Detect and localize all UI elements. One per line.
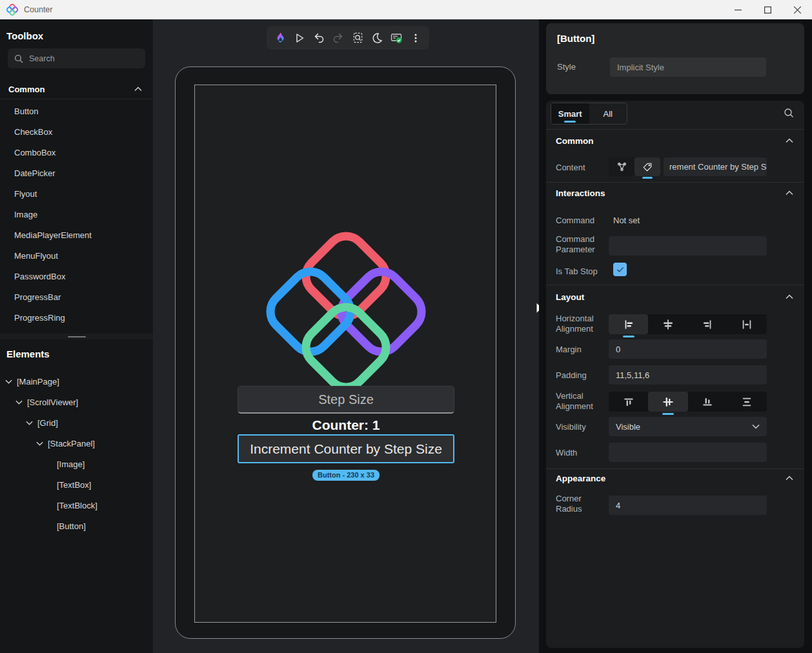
counter-textblock[interactable]: Counter: 1 xyxy=(195,417,497,433)
chevron-down-icon[interactable] xyxy=(26,419,33,427)
app-logo-icon xyxy=(6,4,18,15)
selected-element-card: [Button] Style Implicit Style xyxy=(546,23,804,94)
toolbox-item-combobox[interactable]: ComboBox xyxy=(0,142,153,163)
toolbox-section-common[interactable]: Common xyxy=(0,79,153,99)
chevron-up-icon[interactable] xyxy=(786,294,793,299)
design-canvas: Step Size Counter: 1 Increment Counter b… xyxy=(153,19,539,653)
toolbox-search[interactable] xyxy=(8,48,145,68)
redo-icon[interactable] xyxy=(329,28,348,48)
align-center-vertical-icon[interactable] xyxy=(648,392,687,412)
window-title: Counter xyxy=(24,5,52,14)
toolbox-item-passwordbox[interactable]: PasswordBox xyxy=(0,266,153,286)
tree-node-image[interactable]: [Image] xyxy=(0,454,153,474)
tab-smart[interactable]: Smart xyxy=(551,103,589,124)
is-tab-stop-checkbox[interactable] xyxy=(613,263,627,276)
checkmark-icon xyxy=(616,266,624,273)
properties-card: Smart All Common Content xyxy=(546,101,804,648)
margin-field[interactable] xyxy=(609,339,767,359)
property-tabs: Smart All xyxy=(551,103,627,125)
padding-input[interactable] xyxy=(616,370,760,380)
tree-node-textblock[interactable]: [TextBlock] xyxy=(0,495,153,516)
style-label: Style xyxy=(557,62,576,72)
tree-node-button[interactable]: [Button] xyxy=(0,516,153,536)
zoom-selection-icon[interactable] xyxy=(348,28,367,48)
command-parameter-label: Command Parameter xyxy=(556,234,605,255)
search-icon xyxy=(14,54,23,63)
increment-button-selected[interactable]: Increment Counter by Step Size xyxy=(238,434,454,463)
command-value[interactable]: Not set xyxy=(613,216,640,225)
toolbox-item-image[interactable]: Image xyxy=(0,204,153,225)
chevron-down-icon xyxy=(752,424,760,429)
device-screen[interactable]: Step Size Counter: 1 Increment Counter b… xyxy=(194,85,496,623)
tree-node-grid[interactable]: [Grid] xyxy=(0,412,153,433)
minimize-button[interactable] xyxy=(723,0,753,19)
maximize-button[interactable] xyxy=(753,0,782,19)
panel-splitter[interactable] xyxy=(0,334,153,339)
vertical-alignment-group xyxy=(609,392,767,412)
chevron-down-icon[interactable] xyxy=(15,399,23,406)
align-right-icon[interactable] xyxy=(688,314,727,334)
step-size-textbox[interactable]: Step Size xyxy=(238,386,454,414)
padding-field[interactable] xyxy=(609,365,767,385)
command-parameter-field[interactable] xyxy=(609,236,767,256)
elements-tree: [MainPage] [ScrollViewer] [Grid] [StackP… xyxy=(0,371,153,536)
chevron-up-icon[interactable] xyxy=(786,138,793,143)
properties-search-icon[interactable] xyxy=(784,108,794,118)
visibility-label: Visibility xyxy=(556,422,605,432)
stretch-horizontal-icon[interactable] xyxy=(727,314,767,334)
tree-node-scrollviewer[interactable]: [ScrollViewer] xyxy=(0,392,153,412)
elements-title: Elements xyxy=(6,348,50,359)
literal-tag-icon[interactable] xyxy=(634,157,660,176)
binding-icon[interactable] xyxy=(609,157,634,176)
horizontal-alignment-label: Horizontal Alignment xyxy=(556,314,605,334)
style-field[interactable]: Implicit Style xyxy=(610,57,766,77)
toolbox-item-progressring[interactable]: ProgressRing xyxy=(0,307,153,328)
close-button[interactable] xyxy=(782,0,812,19)
margin-input[interactable] xyxy=(616,345,760,354)
section-appearance-header[interactable]: Appearance xyxy=(556,474,605,483)
align-left-icon[interactable] xyxy=(609,314,648,334)
tree-node-stackpanel[interactable]: [StackPanel] xyxy=(0,433,153,454)
section-layout-header[interactable]: Layout xyxy=(556,292,584,302)
undo-icon[interactable] xyxy=(309,28,329,48)
align-center-horizontal-icon[interactable] xyxy=(648,314,687,334)
width-input[interactable] xyxy=(616,448,760,457)
toolbox-item-mediaplayerelement[interactable]: MediaPlayerElement xyxy=(0,225,153,245)
tab-all[interactable]: All xyxy=(589,103,627,124)
search-input[interactable] xyxy=(29,54,126,63)
content-mode-toggle xyxy=(609,157,660,176)
section-interactions-header[interactable]: Interactions xyxy=(556,188,605,198)
vertical-alignment-label: Vertical Alignment xyxy=(556,391,605,412)
toolbox-item-flyout[interactable]: Flyout xyxy=(0,183,153,204)
designer-toolbar xyxy=(267,26,429,50)
visibility-dropdown[interactable]: Visible xyxy=(609,417,767,436)
toolbox-item-button[interactable]: Button xyxy=(0,101,153,121)
section-common-header[interactable]: Common xyxy=(556,136,594,146)
toolbox-item-progressbar[interactable]: ProgressBar xyxy=(0,286,153,307)
app-logo-image[interactable] xyxy=(272,238,420,385)
corner-radius-input[interactable] xyxy=(616,501,760,510)
chevron-up-icon[interactable] xyxy=(786,476,793,481)
theme-moon-icon[interactable] xyxy=(367,28,387,48)
window-titlebar: Counter xyxy=(0,0,812,19)
width-field[interactable] xyxy=(609,443,767,462)
toolbox-item-checkbox[interactable]: CheckBox xyxy=(0,121,153,142)
tree-node-mainpage[interactable]: [MainPage] xyxy=(0,371,153,392)
corner-radius-label: Corner Radius xyxy=(556,494,605,514)
connection-status-icon[interactable] xyxy=(387,28,406,48)
chevron-up-icon[interactable] xyxy=(786,190,793,196)
corner-radius-field[interactable] xyxy=(609,496,767,515)
align-bottom-icon[interactable] xyxy=(688,392,727,412)
toolbox-item-menuflyout[interactable]: MenuFlyout xyxy=(0,245,153,266)
play-icon[interactable] xyxy=(290,28,309,48)
chevron-down-icon[interactable] xyxy=(36,440,43,447)
align-top-icon[interactable] xyxy=(609,392,648,412)
stretch-vertical-icon[interactable] xyxy=(727,392,767,412)
command-parameter-input[interactable] xyxy=(616,241,760,251)
more-options-icon[interactable] xyxy=(406,28,425,48)
content-value-field[interactable]: rement Counter by Step Size xyxy=(664,157,767,176)
hot-reload-flame-icon[interactable] xyxy=(270,28,290,48)
tree-node-textbox[interactable]: [TextBox] xyxy=(0,474,153,495)
chevron-down-icon[interactable] xyxy=(5,378,12,385)
toolbox-item-datepicker[interactable]: DatePicker xyxy=(0,163,153,183)
